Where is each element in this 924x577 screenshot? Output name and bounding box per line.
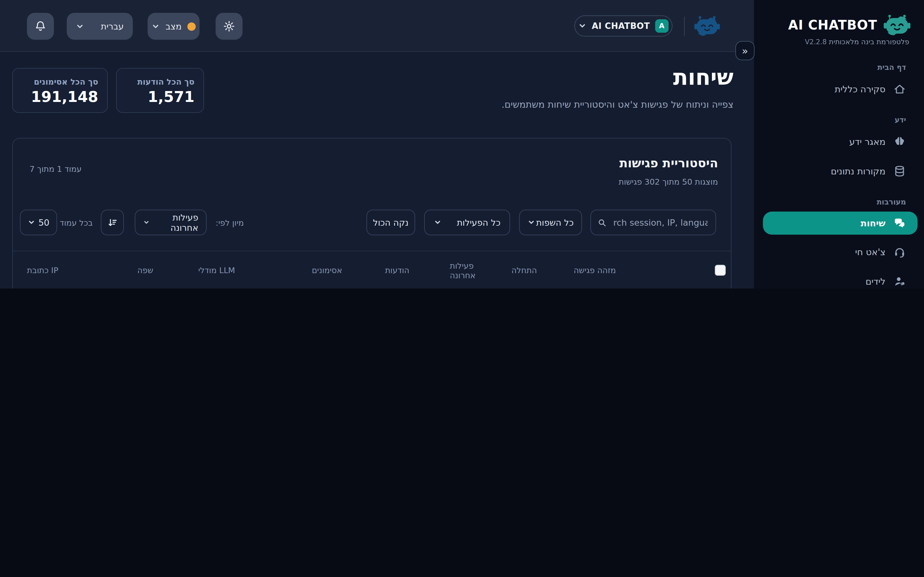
bot-logo-icon <box>883 13 911 37</box>
language-filter-dropdown[interactable]: כל השפות <box>519 210 582 235</box>
home-icon <box>893 83 906 95</box>
sidebar-item[interactable]: שיחות <box>763 211 918 235</box>
headset-icon <box>893 245 906 258</box>
select-all-checkbox[interactable] <box>715 265 726 276</box>
clear-filters-button[interactable]: נקה הכול <box>367 210 415 235</box>
topbar-divider <box>684 17 685 36</box>
sort-descending-icon <box>107 217 118 228</box>
mode-selector[interactable]: מצב <box>148 13 200 40</box>
sidebar-section-label: דף הבית <box>764 63 906 72</box>
column-header-language: שפה <box>128 266 184 275</box>
table-header-row: כתובת IP שפה מודלי LLM אסימונים הודעות פ… <box>13 251 731 288</box>
page-title: שיחות <box>673 64 733 90</box>
sidebar-section-label: ידע <box>764 115 906 124</box>
notifications-button[interactable] <box>27 13 54 40</box>
activity-filter-dropdown[interactable]: כל הפעילות <box>424 210 510 235</box>
brand-subtitle: פלטפורמת בינה מלאכותית V2.2.8 <box>763 38 911 46</box>
activity-filter-value: כל הפעילות <box>457 218 501 227</box>
chat-icon <box>893 217 906 229</box>
chevron-down-icon <box>527 219 535 226</box>
stat-card-total-tokens: סך הכל אסימונים 191,148 <box>12 68 108 113</box>
bell-icon <box>34 20 47 33</box>
chevron-down-icon <box>76 22 84 31</box>
stat-value: 191,148 <box>31 89 98 105</box>
sidebar-brand: AI CHATBOT פלטפורמת בינה מלאכותית V2.2.8 <box>754 0 924 46</box>
sort-value-dropdown[interactable]: פעילות אחרונה <box>135 210 207 235</box>
sidebar-item[interactable]: מאגר ידע <box>754 129 924 154</box>
sidebar-item[interactable]: מקורות נתונים <box>754 159 924 183</box>
sidebar: AI CHATBOT פלטפורמת בינה מלאכותית V2.2.8… <box>754 0 924 288</box>
sidebar-item[interactable]: לידים <box>754 269 924 288</box>
sidebar-collapse-button[interactable]: » <box>735 41 754 60</box>
column-header-messages: הודעות <box>375 266 439 275</box>
mode-indicator-dot <box>187 22 196 31</box>
per-page-label: בכל עמוד <box>60 218 93 227</box>
clear-filters-label: נקה הכול <box>373 218 409 227</box>
chevron-down-icon <box>578 22 586 30</box>
sidebar-item-label: שיחות <box>861 218 885 228</box>
sessions-history-card: היסטוריית פגישות מוצגות 50 מתוך 302 פגיש… <box>12 138 732 288</box>
per-page-dropdown[interactable]: 50 <box>20 210 57 235</box>
leads-icon <box>893 275 906 288</box>
column-header-last-activity: פעילות אחרונה <box>450 261 489 280</box>
mode-selector-label: מצב <box>166 21 182 31</box>
chevron-down-icon <box>434 219 441 226</box>
brand-title: AI CHATBOT <box>788 17 877 32</box>
sidebar-item-label: מאגר ידע <box>849 137 885 147</box>
settings-button[interactable] <box>216 13 242 40</box>
gear-icon <box>223 20 236 33</box>
stat-card-total-messages: סך הכל הודעות 1,571 <box>116 68 204 113</box>
sessions-shown-summary: מוצגות 50 מתוך 302 פגישות <box>619 177 718 187</box>
workspace-selector-label: AI CHATBOT <box>591 21 650 31</box>
language-selector[interactable]: עברית <box>67 13 133 40</box>
column-header-start: התחלה <box>509 266 573 275</box>
sidebar-nav: דף הבית סקירה כלליתידע מאגר ידע מקורות נ… <box>754 63 924 288</box>
chevron-down-icon <box>143 219 150 226</box>
column-header-models: מודלי LLM <box>184 266 288 275</box>
sidebar-item-label: לידים <box>866 276 885 287</box>
sidebar-item[interactable]: סקירה כללית <box>754 77 924 101</box>
stat-value: 1,571 <box>148 89 194 105</box>
sidebar-item-label: סקירה כללית <box>835 84 885 94</box>
app-root: עברית מצב AI CHATBOT A <box>0 0 924 288</box>
sidebar-item-label: צ'אט חי <box>855 247 885 257</box>
column-header-tokens: אסימונים <box>288 266 375 275</box>
session-search-input-box[interactable] <box>590 210 716 235</box>
database-icon <box>893 165 906 177</box>
sidebar-item[interactable]: צ'אט חי <box>754 240 924 264</box>
topbar: עברית מצב AI CHATBOT A <box>0 0 754 52</box>
sort-by-label: מיון לפי: <box>216 218 244 227</box>
sidebar-item-label: מקורות נתונים <box>830 166 885 176</box>
per-page-value: 50 <box>39 218 49 227</box>
column-header-ip: כתובת IP <box>27 266 128 275</box>
chevron-down-icon <box>152 22 160 31</box>
column-header-session-id: מזהה פגישה <box>573 266 694 275</box>
page-subtitle: צפייה וניתוח של פגישות צ'אט והיסטוריית ש… <box>501 99 733 110</box>
search-icon <box>598 217 607 228</box>
language-selector-label: עברית <box>101 21 124 31</box>
page-indicator: עמוד 1 מתוך 7 <box>29 164 81 174</box>
sort-value: פעילות אחרונה <box>150 212 198 233</box>
stat-label: סך הכל אסימונים <box>34 77 98 87</box>
stat-label: סך הכל הודעות <box>137 77 194 87</box>
language-filter-value: כל השפות <box>536 218 573 227</box>
search-input[interactable] <box>612 217 709 228</box>
chevron-down-icon <box>27 219 35 226</box>
workspace-selector[interactable]: AI CHATBOT A <box>574 15 672 37</box>
workspace-avatar: A <box>655 19 669 33</box>
sidebar-section-label: מעורבות <box>764 197 906 206</box>
brain-icon <box>893 135 906 148</box>
bot-logo-icon <box>694 14 720 37</box>
brand-version: V2.2.8 <box>805 38 827 45</box>
sort-direction-button[interactable] <box>101 210 124 235</box>
sessions-card-title: היסטוריית פגישות <box>620 156 718 170</box>
